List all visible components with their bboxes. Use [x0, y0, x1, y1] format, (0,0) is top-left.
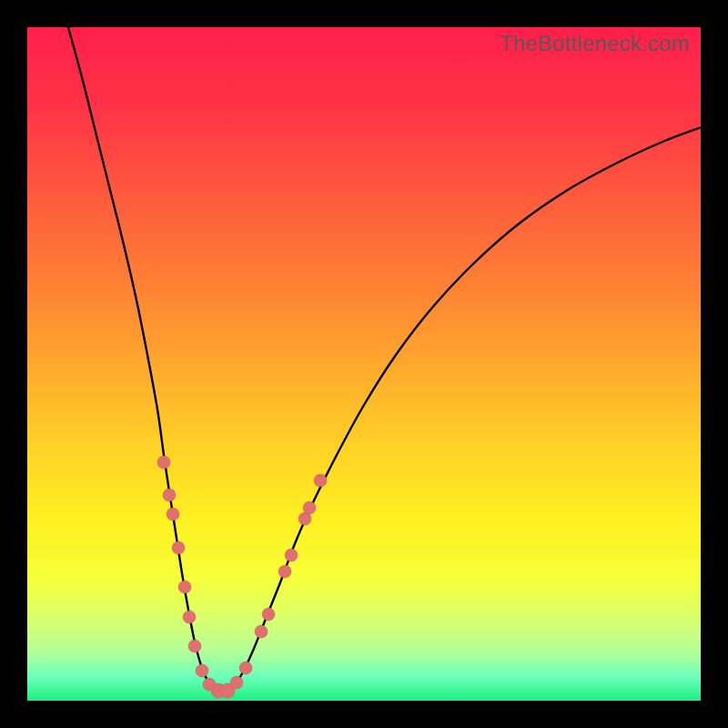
data-marker	[178, 581, 191, 593]
chart-overlay	[27, 27, 701, 701]
data-marker	[196, 664, 208, 677]
data-marker	[230, 676, 243, 689]
data-marker	[303, 501, 316, 514]
bottleneck-curve	[68, 27, 701, 692]
data-marker	[167, 508, 179, 521]
chart-plot-area: TheBottleneck.com	[27, 27, 701, 701]
data-marker	[262, 608, 275, 621]
data-marker	[172, 541, 185, 554]
data-marker	[157, 456, 170, 469]
data-marker	[255, 625, 268, 638]
data-marker	[314, 474, 327, 487]
data-marker	[278, 565, 291, 578]
data-marker	[285, 549, 298, 561]
data-marker	[163, 489, 176, 501]
data-marker	[239, 662, 252, 674]
data-marker	[188, 640, 201, 652]
watermark-text: TheBottleneck.com	[500, 31, 690, 56]
data-marker	[183, 611, 196, 623]
